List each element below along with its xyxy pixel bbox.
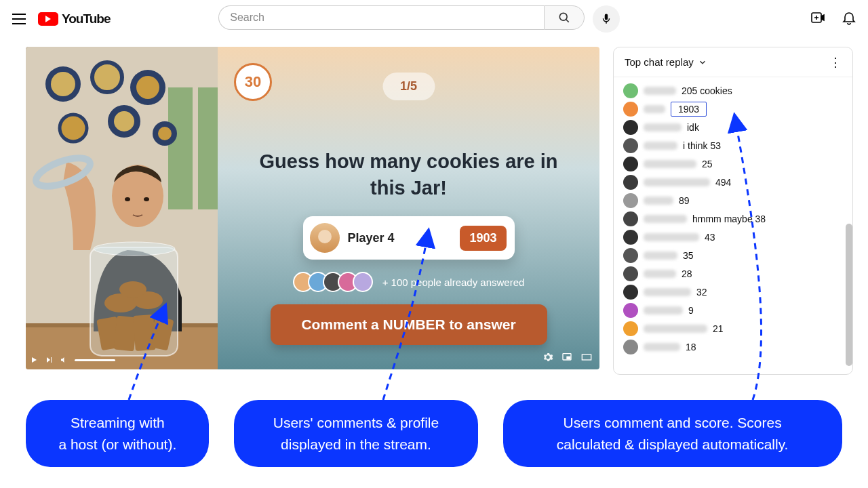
search-icon: [557, 11, 571, 24]
svg-point-15: [114, 111, 134, 131]
volume-icon[interactable]: [60, 356, 68, 364]
chat-username: ·: [644, 325, 707, 333]
settings-icon[interactable]: [542, 352, 553, 363]
bell-icon: [841, 9, 857, 26]
featured-answer-name: Player 4: [348, 231, 452, 245]
chevron-down-icon: [698, 58, 707, 67]
already-answered-row: + 100 people already answered: [234, 272, 583, 292]
chat-text: 18: [686, 342, 696, 352]
svg-point-12: [136, 76, 159, 99]
chat-avatar: [623, 321, 638, 336]
chat-message: ·28: [623, 264, 843, 283]
menu-icon[interactable]: [11, 11, 27, 27]
chat-message: ·25: [623, 155, 843, 173]
chat-avatar: [623, 211, 638, 226]
svg-rect-33: [567, 357, 570, 359]
chat-message: ·idk: [623, 118, 843, 136]
youtube-logo[interactable]: YouTube: [38, 12, 110, 26]
chat-text: idk: [687, 122, 699, 133]
theater-icon[interactable]: [580, 352, 593, 363]
host-camera-panel: [26, 47, 218, 369]
chat-username: ·: [644, 215, 687, 223]
chat-text: 35: [683, 250, 694, 261]
avatar-stack: [293, 272, 373, 292]
chat-avatar: [623, 138, 638, 153]
chat-avatar: [623, 175, 638, 190]
timer-badge: 30: [234, 63, 272, 101]
svg-line-1: [566, 20, 569, 22]
chat-message-list[interactable]: ·205 cookies·1903·idk·i think 53·25·494·…: [614, 77, 852, 374]
search-button[interactable]: [544, 5, 585, 30]
svg-point-22: [125, 197, 130, 201]
chat-message: ·9: [623, 301, 843, 319]
chat-username: ·: [644, 343, 680, 351]
chat-title-text: Top chat replay: [625, 56, 694, 68]
chat-text: 494: [715, 177, 731, 188]
callout-right: Users comment and score. Scorescalculate…: [503, 400, 842, 467]
chat-avatar: [623, 285, 638, 300]
chat-more-button[interactable]: ⋮: [829, 56, 842, 68]
cta-button[interactable]: Comment a NUMBER to answer: [271, 304, 547, 345]
chat-avatar: [623, 193, 638, 208]
chat-username: ·: [644, 160, 696, 168]
svg-point-13: [60, 115, 87, 142]
chat-text: i think 53: [683, 140, 721, 151]
search-form: [218, 5, 585, 33]
chat-mode-selector[interactable]: Top chat replay: [625, 56, 707, 68]
chat-text: 25: [702, 159, 713, 169]
chat-avatar: [623, 248, 638, 263]
chat-username: ·: [644, 288, 691, 296]
question-title: Guess how many cookies are in this Jar!: [248, 148, 570, 201]
featured-answer-card: Player 4 1903: [303, 216, 515, 260]
chat-avatar: [623, 157, 638, 171]
chat-message: ·i think 53: [623, 136, 843, 155]
chat-avatar: [623, 266, 638, 281]
chat-message: ·18: [623, 338, 843, 356]
chat-message: ·205 cookies: [623, 81, 843, 100]
chat-avatar: [623, 340, 638, 354]
chat-text: hmmm maybe 38: [692, 214, 766, 224]
video-settings-icons: [542, 352, 593, 363]
create-icon: [810, 9, 826, 26]
chat-panel: Top chat replay ⋮ ·205 cookies·1903·idk·…: [613, 47, 853, 375]
volume-slider[interactable]: [75, 359, 115, 361]
chat-avatar: [623, 83, 638, 98]
game-overlay-panel: 30 1/5 Guess how many cookies are in thi…: [218, 47, 599, 369]
chat-message: ·hmmm maybe 38: [623, 209, 843, 228]
youtube-logo-text: YouTube: [62, 12, 110, 26]
create-button[interactable]: [810, 9, 826, 28]
chat-username: ·: [644, 233, 699, 241]
featured-answer-value: 1903: [460, 226, 506, 251]
callout-center: Users' comments & profiledisplayed in th…: [234, 400, 478, 467]
chat-message: ·32: [623, 283, 843, 301]
chat-message: ·494: [623, 173, 843, 191]
svg-point-31: [119, 281, 146, 298]
microphone-icon: [600, 13, 612, 25]
chat-message: ·21: [623, 319, 843, 338]
play-icon[interactable]: [30, 356, 38, 364]
content-row: 30 1/5 Guess how many cookies are in thi…: [26, 47, 853, 372]
video-controls: [30, 356, 214, 364]
chat-username: ·: [644, 306, 683, 314]
annotation-callouts: Streaming witha host (or without). Users…: [0, 380, 868, 467]
chat-username: ·: [644, 123, 682, 131]
host-scene-illustration: [26, 47, 218, 369]
search-input[interactable]: [218, 5, 544, 30]
chat-username: ·: [644, 105, 665, 113]
svg-point-9: [51, 72, 75, 96]
voice-search-button[interactable]: [593, 5, 620, 33]
notifications-button[interactable]: [841, 9, 857, 28]
chat-scrollbar[interactable]: [846, 224, 852, 366]
chat-username: ·: [644, 270, 676, 278]
miniplayer-icon[interactable]: [561, 352, 572, 363]
chat-header: Top chat replay ⋮: [614, 47, 852, 77]
svg-point-24: [94, 242, 175, 256]
youtube-logo-mark: [38, 12, 58, 26]
chat-text: 89: [679, 195, 690, 206]
video-player[interactable]: 30 1/5 Guess how many cookies are in thi…: [26, 47, 599, 369]
chat-text: 28: [682, 268, 692, 279]
chat-text: 32: [696, 287, 707, 298]
chat-username: ·: [644, 178, 710, 186]
next-icon[interactable]: [45, 356, 53, 364]
chat-text: 205 cookies: [682, 85, 732, 96]
